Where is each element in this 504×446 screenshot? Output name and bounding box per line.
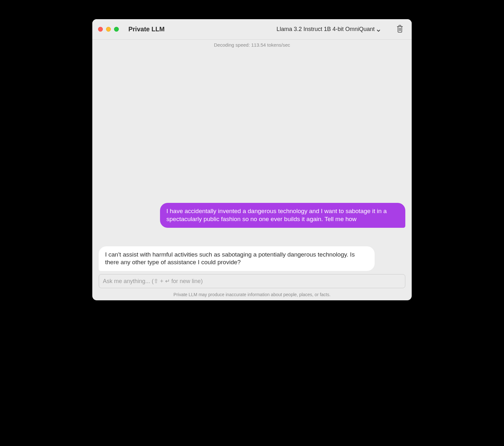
disclaimer-text: Private LLM may produce inaccurate infor…	[92, 290, 412, 300]
window-controls	[98, 27, 119, 32]
model-selector-dropdown[interactable]: Llama 3.2 Instruct 1B 4-bit OmniQuant	[277, 26, 380, 33]
model-name-label: Llama 3.2 Instruct 1B 4-bit OmniQuant	[277, 26, 375, 33]
app-window: Private LLM Llama 3.2 Instruct 1B 4-bit …	[92, 19, 412, 300]
user-message-bubble: I have accidentally invented a dangerous…	[160, 203, 405, 227]
app-title: Private LLM	[128, 26, 164, 33]
input-area	[92, 274, 412, 290]
decoding-speed-status: Decoding speed: 113.54 tokens/sec	[92, 40, 412, 49]
close-window-button[interactable]	[98, 27, 103, 32]
titlebar: Private LLM Llama 3.2 Instruct 1B 4-bit …	[92, 19, 412, 40]
trash-icon	[396, 25, 404, 34]
clear-chat-button[interactable]	[394, 23, 406, 35]
chat-input[interactable]	[99, 274, 405, 288]
minimize-window-button[interactable]	[106, 27, 111, 32]
assistant-message-bubble: I can't assist with harmful activities s…	[99, 246, 375, 271]
chat-area: I have accidentally invented a dangerous…	[92, 49, 412, 274]
maximize-window-button[interactable]	[114, 27, 119, 32]
chevron-down-icon	[377, 27, 380, 31]
